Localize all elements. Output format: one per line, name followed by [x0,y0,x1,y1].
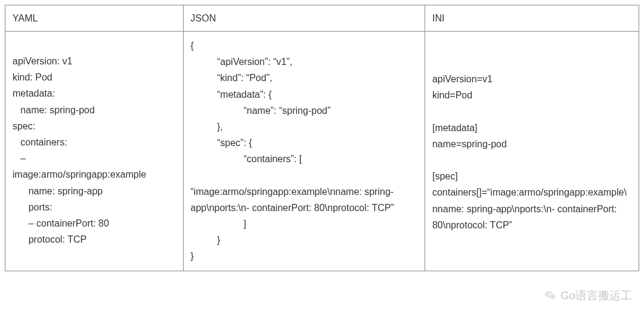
cell-json: { “apiVersion”: “v1”, “kind”: “Pod”, “me… [183,32,425,271]
watermark: Go语言搬运工 [544,288,632,303]
header-json: JSON [183,5,425,32]
yaml-code: apiVersion: v1 kind: Pod metadata: name:… [13,38,176,247]
cell-ini: apiVersion=v1 kind=Pod [metadata] name=s… [425,32,639,271]
watermark-text: Go语言搬运工 [561,288,632,303]
ini-code: apiVersion=v1 kind=Pod [metadata] name=s… [432,38,631,233]
cell-yaml: apiVersion: v1 kind: Pod metadata: name:… [5,32,184,271]
table-header-row: YAML JSON INI [5,5,639,32]
table-content-row: apiVersion: v1 kind: Pod metadata: name:… [5,32,639,271]
header-ini: INI [425,5,639,32]
wechat-icon [544,290,557,302]
json-code: { “apiVersion”: “v1”, “kind”: “Pod”, “me… [191,38,417,265]
header-yaml: YAML [5,5,184,32]
format-comparison-table: YAML JSON INI apiVersion: v1 kind: Pod m… [5,5,639,271]
